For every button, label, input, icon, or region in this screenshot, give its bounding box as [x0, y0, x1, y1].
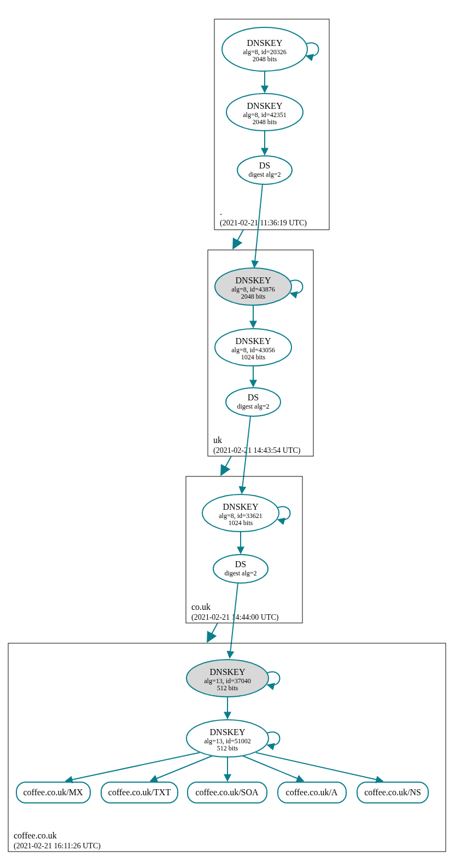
- node-root-zsk-line2: 2048 bits: [253, 118, 277, 126]
- node-root-zsk-line1: alg=8, id=42351: [243, 111, 287, 119]
- leaf-txt-text: coffee.co.uk/TXT: [108, 788, 171, 797]
- node-root-ksk-line2: 2048 bits: [253, 55, 277, 63]
- node-root-ksk: DNSKEY alg=8, id=20326 2048 bits: [222, 27, 307, 71]
- node-coffee-zsk-line1: alg=13, id=51002: [204, 737, 251, 745]
- node-uk-ksk-line1: alg=8, id=43876: [231, 286, 275, 293]
- edge-zsk-mx: [66, 753, 200, 781]
- leaf-ns-text: coffee.co.uk/NS: [364, 788, 421, 797]
- leaf-txt: coffee.co.uk/TXT: [101, 782, 178, 803]
- leaf-mx-text: coffee.co.uk/MX: [24, 788, 83, 797]
- node-root-ds-title: DS: [259, 161, 270, 170]
- node-uk-zsk-title: DNSKEY: [236, 336, 271, 346]
- svg-point-11: [213, 555, 268, 583]
- node-coffee-zsk-line2: 512 bits: [217, 744, 238, 752]
- node-root-ksk-line1: alg=8, id=20326: [243, 48, 287, 56]
- node-couk-ds-title: DS: [235, 560, 246, 569]
- node-coffee-ksk: DNSKEY alg=13, id=37040 512 bits: [186, 660, 269, 697]
- zone-couk: co.uk (2021-02-21 14:44:00 UTC) DNSKEY a…: [186, 476, 302, 623]
- node-uk-ksk: DNSKEY alg=8, id=43876 2048 bits: [215, 268, 291, 305]
- edge-zsk-ns: [256, 753, 383, 781]
- edge-coffee-zsk-self: [267, 732, 280, 745]
- node-uk-ds-title: DS: [248, 393, 259, 402]
- node-root-zsk-title: DNSKEY: [247, 101, 283, 110]
- node-coffee-zsk-title: DNSKEY: [210, 727, 246, 737]
- edge-uk-to-couk-zone: [221, 456, 231, 474]
- edge-uk-ds-to-couk-ksk: [242, 416, 250, 493]
- svg-point-8: [226, 388, 281, 416]
- zone-couk-timestamp: (2021-02-21 14:44:00 UTC): [191, 613, 279, 622]
- svg-point-4: [237, 156, 292, 184]
- dnssec-graph: . (2021-02-21 11:36:19 UTC) DNSKEY alg=8…: [0, 0, 455, 868]
- node-uk-ksk-title: DNSKEY: [236, 276, 271, 285]
- leaf-a: coffee.co.uk/A: [278, 782, 346, 803]
- zone-uk-title: uk: [213, 435, 222, 445]
- node-couk-ksk-line2: 1024 bits: [229, 519, 253, 527]
- node-couk-ds-line1: digest alg=2: [224, 569, 256, 577]
- leaf-mx: coffee.co.uk/MX: [16, 782, 90, 803]
- node-coffee-ksk-line2: 512 bits: [217, 684, 238, 692]
- edge-root-ksk-self: [306, 43, 319, 56]
- edge-uk-ksk-self: [290, 280, 303, 294]
- node-couk-ksk-line1: alg=8, id=33621: [219, 512, 262, 520]
- node-root-zsk: DNSKEY alg=8, id=42351 2048 bits: [226, 94, 303, 131]
- leaf-ns: coffee.co.uk/NS: [357, 782, 428, 803]
- node-couk-ksk-title: DNSKEY: [223, 502, 259, 511]
- edge-couk-to-coffee-zone: [208, 623, 218, 641]
- node-root-ds-line1: digest alg=2: [248, 171, 281, 178]
- edge-zsk-a: [243, 756, 304, 781]
- zone-root-title: .: [220, 207, 222, 217]
- zone-root: . (2021-02-21 11:36:19 UTC) DNSKEY alg=8…: [214, 19, 329, 230]
- zone-coffee: coffee.co.uk (2021-02-21 16:11:26 UTC) D…: [8, 643, 446, 852]
- node-root-ds: DS digest alg=2: [237, 156, 292, 184]
- node-uk-zsk: DNSKEY alg=8, id=43056 1024 bits: [215, 329, 291, 366]
- node-uk-zsk-line2: 1024 bits: [241, 353, 266, 361]
- leaf-a-text: coffee.co.uk/A: [286, 788, 338, 797]
- node-coffee-ksk-title: DNSKEY: [210, 667, 246, 677]
- zone-couk-title: co.uk: [191, 602, 211, 611]
- zone-root-timestamp: (2021-02-21 11:36:19 UTC): [220, 219, 307, 228]
- node-uk-ds-line1: digest alg=2: [237, 403, 269, 410]
- node-couk-ds: DS digest alg=2: [213, 555, 268, 583]
- zone-uk: uk (2021-02-21 14:43:54 UTC) DNSKEY alg=…: [208, 250, 313, 456]
- node-uk-ds: DS digest alg=2: [226, 388, 281, 416]
- leaf-soa: coffee.co.uk/SOA: [188, 782, 267, 803]
- leaf-soa-text: coffee.co.uk/SOA: [195, 788, 259, 797]
- zone-uk-timestamp: (2021-02-21 14:43:54 UTC): [213, 446, 301, 455]
- zone-coffee-timestamp: (2021-02-21 16:11:26 UTC): [14, 842, 101, 850]
- node-coffee-zsk: DNSKEY alg=13, id=51002 512 bits: [186, 720, 269, 757]
- node-couk-ksk: DNSKEY alg=8, id=33621 1024 bits: [202, 494, 279, 532]
- node-uk-ksk-line2: 2048 bits: [241, 293, 266, 300]
- node-coffee-ksk-line1: alg=13, id=37040: [204, 677, 251, 685]
- edge-zsk-txt: [150, 756, 212, 781]
- edge-coffee-ksk-self: [267, 672, 280, 685]
- node-root-ksk-title: DNSKEY: [247, 38, 283, 48]
- node-uk-zsk-line1: alg=8, id=43056: [231, 346, 275, 354]
- zone-coffee-title: coffee.co.uk: [14, 831, 57, 840]
- edge-couk-ksk-self: [278, 506, 290, 520]
- edge-root-to-uk-zone: [234, 230, 243, 248]
